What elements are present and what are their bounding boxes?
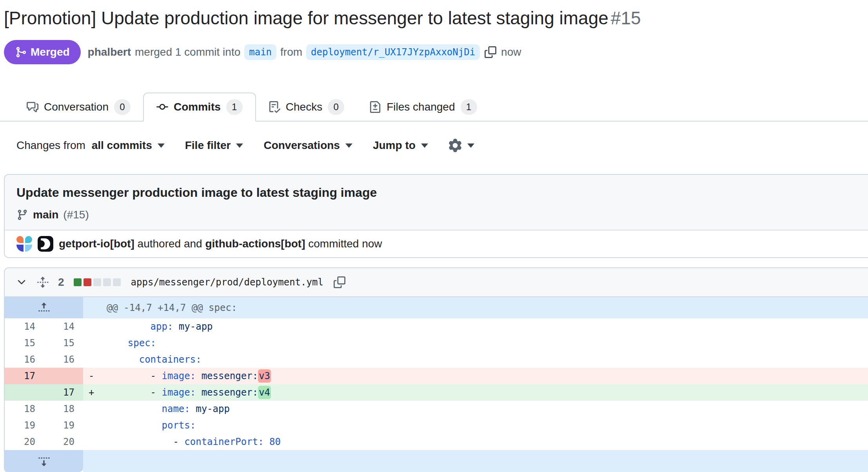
- code-line: containers:: [102, 351, 868, 368]
- diff-row-context: 2020 - containerPort: 80: [5, 434, 868, 450]
- diff-marker: [83, 351, 102, 368]
- gear-icon: [449, 139, 462, 152]
- diffstat-neutral-square: [113, 278, 121, 286]
- diff-settings-dropdown[interactable]: [449, 139, 474, 152]
- old-line-number[interactable]: 18: [5, 401, 44, 417]
- file-filter-dropdown[interactable]: File filter: [185, 139, 243, 152]
- new-line-number[interactable]: 20: [44, 434, 83, 450]
- git-commit-icon: [156, 101, 168, 113]
- diff-row-context: 1919 ports:: [5, 417, 868, 434]
- commit-branch-name[interactable]: main: [33, 209, 58, 221]
- tab-counter: 0: [328, 99, 344, 115]
- diffstat-del-square: [84, 278, 91, 286]
- commit-summary-box: Update messenger production image to lat…: [4, 174, 868, 258]
- diffstat-neutral-square: [103, 278, 111, 286]
- new-line-number[interactable]: [44, 368, 83, 384]
- tab-label: Commits: [174, 101, 221, 113]
- merge-summary: phalbert merged 1 commit into main from …: [88, 44, 521, 60]
- new-line-number[interactable]: 17: [44, 384, 83, 401]
- commit-committer-name[interactable]: github-actions[bot]: [205, 238, 305, 250]
- comment-discussion-icon: [27, 101, 38, 113]
- code-line: name: my-app: [102, 401, 868, 417]
- copy-file-path-button[interactable]: [334, 276, 345, 288]
- old-line-number[interactable]: 14: [5, 318, 44, 335]
- commit-message[interactable]: Update messenger production image to lat…: [16, 184, 868, 201]
- commit-author-name[interactable]: getport-io[bot]: [59, 238, 134, 250]
- commit-attribution: getport-io[bot] authored and github-acti…: [59, 238, 382, 250]
- committed-text: committed now: [308, 238, 382, 250]
- authored-text: authored and: [138, 238, 202, 250]
- merged-by-user[interactable]: phalbert: [88, 46, 131, 58]
- new-line-number[interactable]: 18: [44, 401, 83, 417]
- diffstat-add-square: [74, 278, 82, 286]
- new-line-number[interactable]: 16: [44, 351, 83, 368]
- diff-marker: [83, 401, 102, 417]
- tab-counter: 1: [461, 99, 477, 115]
- merged-state-label: Merged: [31, 46, 70, 58]
- diff-file-box: 2 apps/messenger/prod/deployment.yml @@ …: [4, 267, 868, 472]
- copy-branch-button[interactable]: [485, 46, 496, 58]
- checklist-icon: [269, 101, 280, 113]
- diff-marker: [83, 335, 102, 351]
- copy-icon: [485, 46, 496, 58]
- diffstat-squares: [74, 278, 121, 286]
- collapse-file-button[interactable]: [16, 276, 27, 288]
- commit-branch-row: main (#15): [16, 209, 868, 221]
- diff-row-context: 1515 spec:: [5, 335, 868, 351]
- old-line-number[interactable]: 15: [5, 335, 44, 351]
- pr-title-text: [Promotion] Update production image for …: [4, 8, 608, 28]
- tab-counter: 0: [114, 99, 131, 115]
- changes-from-dropdown[interactable]: Changes from all commits: [16, 139, 165, 152]
- tab-counter: 1: [226, 99, 243, 115]
- fold-up-icon: [38, 302, 50, 314]
- old-line-number[interactable]: [5, 384, 44, 401]
- commit-head: Update messenger production image to lat…: [5, 175, 868, 231]
- diff-row-context: 1818 name: my-app: [5, 401, 868, 417]
- conversations-dropdown[interactable]: Conversations: [263, 139, 352, 152]
- file-path[interactable]: apps/messenger/prod/deployment.yml: [131, 277, 323, 288]
- old-line-number[interactable]: 20: [5, 434, 44, 450]
- jump-to-label: Jump to: [373, 139, 416, 152]
- commit-authors-row: getport-io[bot] authored and github-acti…: [5, 231, 868, 257]
- caret-down-icon: [345, 143, 352, 148]
- new-line-number[interactable]: 19: [44, 417, 83, 434]
- jump-to-dropdown[interactable]: Jump to: [373, 139, 428, 152]
- diff-row-context: 1616 containers:: [5, 351, 868, 368]
- diff-marker: -: [83, 368, 102, 384]
- new-line-number[interactable]: 14: [44, 318, 83, 335]
- changes-from-value: all commits: [92, 139, 152, 152]
- head-branch-label[interactable]: deployment/r_UX17JYzpAxxoNjDi: [306, 44, 480, 60]
- diff-row-add: 17+ - image: messenger:v4: [5, 384, 868, 401]
- merged-state-badge: Merged: [4, 40, 81, 64]
- expander-filler: [83, 450, 868, 472]
- tab-label: Conversation: [44, 101, 109, 113]
- diff-marker: [83, 318, 102, 335]
- new-line-number[interactable]: 15: [44, 335, 83, 351]
- tab-conversation[interactable]: Conversation 0: [14, 93, 143, 121]
- tab-checks[interactable]: Checks 0: [256, 93, 357, 121]
- code-line: ports:: [102, 417, 868, 434]
- expand-down-button[interactable]: [5, 450, 83, 472]
- expand-all-button[interactable]: [37, 276, 49, 288]
- copy-icon: [334, 276, 345, 288]
- old-line-number[interactable]: 17: [5, 368, 44, 384]
- merged-time: now: [501, 46, 521, 58]
- commit-branch-ref: (#15): [63, 209, 89, 221]
- tab-commits[interactable]: Commits 1: [143, 93, 256, 122]
- github-actions-bot-avatar[interactable]: [38, 236, 53, 252]
- from-text: from: [280, 46, 302, 58]
- file-filter-label: File filter: [185, 139, 231, 152]
- getport-bot-avatar[interactable]: [16, 236, 32, 252]
- old-line-number[interactable]: 16: [5, 351, 44, 368]
- diff-row-hunk: @@ -14,7 +14,7 @@ spec:: [5, 297, 868, 318]
- expand-up-button[interactable]: [5, 297, 83, 318]
- diffstat-neutral-square: [93, 278, 101, 286]
- diff-marker: +: [83, 384, 102, 401]
- code-line: - image: messenger:v3: [102, 368, 868, 384]
- pr-tab-nav: Conversation 0 Commits 1 Checks 0 Files …: [0, 93, 868, 122]
- merge-action-text: merged 1 commit into: [135, 46, 240, 58]
- tab-files-changed[interactable]: Files changed 1: [357, 93, 489, 121]
- pr-number: #15: [611, 8, 641, 28]
- base-branch-label[interactable]: main: [244, 44, 276, 60]
- old-line-number[interactable]: 19: [5, 417, 44, 434]
